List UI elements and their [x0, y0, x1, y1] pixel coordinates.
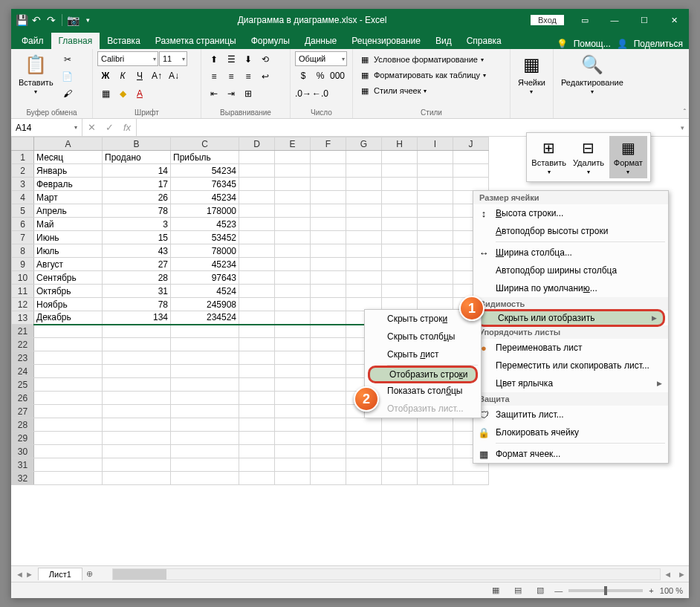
- cell[interactable]: [346, 285, 382, 298]
- cell[interactable]: [346, 432, 382, 445]
- autofit-column-width-item[interactable]: Автоподбор ширины столбца: [473, 262, 668, 279]
- sheet-next-icon[interactable]: ►: [25, 570, 33, 579]
- cell[interactable]: 31: [103, 285, 171, 298]
- cell[interactable]: [346, 472, 382, 485]
- cell[interactable]: [239, 218, 275, 231]
- cell[interactable]: [311, 151, 346, 164]
- cell[interactable]: [239, 458, 275, 472]
- add-sheet-icon[interactable]: ⊕: [82, 569, 97, 579]
- move-copy-sheet-item[interactable]: Переместить или скопировать лист...: [473, 357, 668, 374]
- cell[interactable]: Апрель: [34, 204, 103, 218]
- row-header[interactable]: 4: [12, 191, 34, 204]
- tab-data[interactable]: Данные: [297, 33, 344, 49]
- cell[interactable]: [311, 378, 346, 392]
- cell[interactable]: [346, 418, 382, 432]
- zoom-out-icon[interactable]: —: [554, 586, 563, 595]
- column-width-item[interactable]: ↔Ширина столбца...: [473, 244, 668, 262]
- column-header[interactable]: B: [103, 137, 171, 151]
- cell[interactable]: [239, 258, 275, 271]
- cell[interactable]: [275, 432, 311, 445]
- cell[interactable]: [171, 458, 239, 472]
- cell[interactable]: Месяц: [34, 151, 103, 164]
- row-header[interactable]: 8: [12, 244, 34, 258]
- cell[interactable]: [103, 405, 171, 418]
- cell[interactable]: [311, 445, 346, 458]
- row-header[interactable]: 32: [12, 472, 34, 485]
- cell[interactable]: [34, 445, 103, 458]
- cell[interactable]: [239, 351, 275, 365]
- name-box[interactable]: A14: [11, 119, 82, 136]
- cell[interactable]: [311, 418, 346, 432]
- align-top-icon[interactable]: ⬆: [206, 51, 222, 68]
- cell[interactable]: [311, 285, 346, 298]
- cell[interactable]: [346, 244, 382, 258]
- copy-icon[interactable]: 📄: [59, 68, 76, 85]
- tab-pagelayout[interactable]: Разметка страницы: [148, 33, 244, 49]
- cell[interactable]: [418, 218, 453, 231]
- cell[interactable]: 15: [103, 231, 171, 244]
- row-header[interactable]: 3: [12, 178, 34, 191]
- cell[interactable]: [275, 445, 311, 458]
- insert-cells-button[interactable]: ⊞ Вставить ▾: [530, 136, 568, 178]
- hide-unhide-item[interactable]: Скрыть или отобразить▶: [476, 309, 665, 327]
- column-header[interactable]: A: [34, 137, 103, 151]
- format-painter-icon[interactable]: 🖌: [59, 85, 76, 102]
- cell[interactable]: [239, 164, 275, 178]
- sheet-tab[interactable]: Лист1: [38, 568, 82, 580]
- currency-icon[interactable]: $: [295, 68, 311, 84]
- cell[interactable]: [275, 298, 311, 311]
- share-icon[interactable]: 👤: [617, 39, 628, 49]
- row-header[interactable]: 30: [12, 445, 34, 458]
- align-middle-icon[interactable]: ☰: [223, 51, 239, 68]
- cell[interactable]: [34, 378, 103, 392]
- cell[interactable]: [103, 351, 171, 365]
- cell[interactable]: Продано: [103, 151, 171, 164]
- cell[interactable]: [418, 445, 453, 458]
- decrease-decimal-icon[interactable]: ←.0: [312, 85, 328, 102]
- cell[interactable]: [275, 204, 311, 218]
- cell[interactable]: [103, 472, 171, 485]
- cell[interactable]: [418, 178, 453, 191]
- cell[interactable]: [239, 204, 275, 218]
- cell[interactable]: [382, 432, 418, 445]
- cell[interactable]: [239, 178, 275, 191]
- enter-formula-icon[interactable]: ✓: [100, 119, 118, 137]
- indent-increase-icon[interactable]: ⇥: [223, 85, 239, 102]
- cell[interactable]: [239, 311, 275, 325]
- cell[interactable]: [171, 351, 239, 365]
- format-cells-item[interactable]: ▦Формат ячеек...: [473, 445, 668, 463]
- cell[interactable]: [103, 392, 171, 405]
- cell[interactable]: [171, 472, 239, 485]
- cell[interactable]: Август: [34, 258, 103, 271]
- cell[interactable]: 78: [103, 298, 171, 311]
- cell[interactable]: 178000: [171, 204, 239, 218]
- cell[interactable]: [382, 271, 418, 285]
- cell[interactable]: [418, 164, 453, 178]
- merge-icon[interactable]: ⊞: [240, 85, 256, 102]
- cell[interactable]: [382, 258, 418, 271]
- tab-color-item[interactable]: Цвет ярлычка▶: [473, 374, 668, 392]
- cell[interactable]: [239, 231, 275, 244]
- close-icon[interactable]: ✕: [659, 9, 689, 31]
- comma-icon[interactable]: 000: [329, 68, 346, 84]
- fx-icon[interactable]: fx: [118, 119, 136, 137]
- ribbon-options-icon[interactable]: ▭: [570, 9, 600, 31]
- cell[interactable]: 3: [103, 218, 171, 231]
- column-header[interactable]: H: [382, 137, 418, 151]
- zoom-slider[interactable]: [568, 589, 643, 592]
- indent-decrease-icon[interactable]: ⇤: [206, 85, 222, 102]
- cell[interactable]: [346, 151, 382, 164]
- cell[interactable]: [311, 204, 346, 218]
- normal-view-icon[interactable]: ▦: [487, 584, 504, 597]
- align-center-icon[interactable]: ≡: [223, 68, 239, 85]
- cell-styles-button[interactable]: ▦Стили ячеек▾: [357, 84, 487, 97]
- cell[interactable]: [239, 325, 275, 338]
- cell[interactable]: [239, 285, 275, 298]
- rename-sheet-item[interactable]: ●Переименовать лист: [473, 339, 668, 357]
- cell[interactable]: [311, 231, 346, 244]
- cell[interactable]: [418, 204, 453, 218]
- unhide-rows-item[interactable]: Отобразить строки: [368, 366, 478, 383]
- protect-sheet-item[interactable]: 🛡Защитить лист...: [473, 406, 668, 423]
- zoom-in-icon[interactable]: +: [649, 586, 653, 595]
- editing-button[interactable]: 🔍 Редактирование ▾: [558, 51, 626, 97]
